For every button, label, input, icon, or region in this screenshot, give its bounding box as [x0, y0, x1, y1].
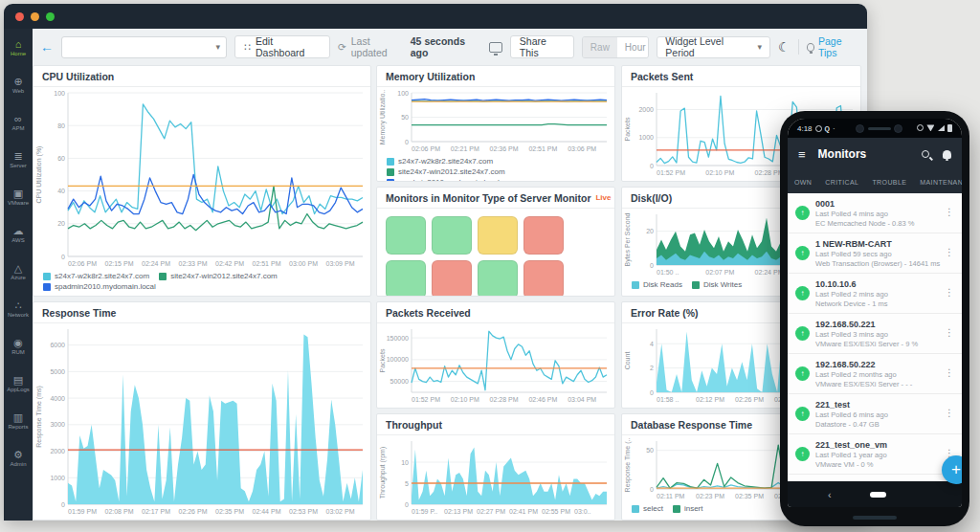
cpu-utilization-chart[interactable]: 02040608010002:06 PM02:15 PM02:24 PM02:3… — [33, 87, 370, 271]
front-camera-icon — [856, 124, 864, 133]
maximize-window-button[interactable] — [46, 12, 55, 21]
monitor-list-item[interactable]: ↑0001Last Polled 4 mins agoEC Memcached … — [788, 193, 962, 233]
monitor-tile-critical[interactable] — [432, 260, 472, 297]
svg-text:01:52 PM: 01:52 PM — [657, 169, 685, 176]
sidebar-item-apm[interactable]: ∞APM — [4, 103, 33, 141]
dark-mode-icon[interactable]: ☾ — [778, 39, 791, 55]
monitor-list-item[interactable]: ↑221_testLast Polled 6 mins agoDatastore… — [788, 394, 962, 434]
monitor-tile-up[interactable] — [386, 260, 426, 297]
nav-back-icon[interactable]: ‹ — [828, 489, 832, 500]
svg-text:3000: 3000 — [50, 421, 65, 428]
phone-app-bar: ≡ Monitors — [788, 138, 962, 170]
monitor-tile-trouble[interactable] — [478, 216, 518, 255]
tab-own[interactable]: OWN — [788, 170, 818, 193]
monitor-tile-critical[interactable] — [523, 260, 564, 297]
svg-text:02:46 PM: 02:46 PM — [528, 396, 557, 403]
sidebar-item-admin[interactable]: ⚙Admin — [4, 439, 33, 477]
earpiece-slit — [868, 127, 891, 130]
sidebar-item-web[interactable]: ⊕Web — [4, 66, 33, 103]
chevron-down-icon: ▾ — [216, 42, 221, 52]
sidebar-item-rum[interactable]: ◉RUM — [4, 327, 33, 365]
monitor-list-item[interactable]: ↑1 NEW-RBM-CARTLast Polled 59 secs agoWe… — [788, 233, 962, 274]
svg-text:80: 80 — [57, 122, 65, 129]
monitor-name: 192.168.50.222 — [815, 359, 954, 370]
svg-text:10: 10 — [401, 459, 409, 466]
panel-packets-received: Packets Received 5000010000015000001:52 … — [376, 301, 615, 409]
hour-segment[interactable]: Hour — [617, 37, 649, 57]
share-this-button[interactable]: Share This — [510, 35, 574, 58]
sidebar-item-applogs[interactable]: ▤AppLogs — [4, 365, 33, 402]
back-arrow-icon[interactable]: ← — [40, 39, 54, 55]
svg-text:100: 100 — [54, 90, 65, 97]
monitor-list-item[interactable]: ↑192.168.50.221Last Polled 3 mins agoVMw… — [788, 314, 962, 354]
more-options-icon[interactable]: ⋮ — [945, 207, 954, 217]
legend-item: insert — [673, 504, 703, 513]
svg-text:02:06 PM: 02:06 PM — [412, 145, 440, 152]
monitor-tile-up[interactable] — [432, 216, 472, 255]
more-options-icon[interactable]: ⋮ — [945, 408, 954, 418]
packets-received-chart[interactable]: 5000010000015000001:52 PM02:10 PM02:28 P… — [377, 323, 614, 407]
monitor-tile-critical[interactable] — [523, 216, 564, 255]
sidebar-item-server[interactable]: ≣Server — [4, 141, 33, 178]
more-options-icon[interactable]: ⋮ — [945, 327, 954, 338]
svg-text:02:36 PM: 02:36 PM — [490, 145, 519, 152]
network-icon: ∴ — [15, 299, 22, 311]
sidebar-item-aws[interactable]: ☁AWS — [4, 215, 33, 253]
sidebar-item-home[interactable]: ⌂Home — [4, 29, 33, 66]
search-icon[interactable] — [922, 150, 929, 158]
toolbar: ← ▾ ∷ Edit Dashboard ⟳ Last updated 45 s… — [33, 33, 867, 61]
tab-maintenance[interactable]: MAINTENANCE — [913, 170, 962, 193]
svg-text:2000: 2000 — [50, 448, 65, 454]
notifications-bell-icon[interactable] — [943, 150, 951, 159]
svg-text:Packets: Packets — [379, 348, 386, 372]
dot-icon: · — [833, 124, 835, 133]
monitor-list-item[interactable]: ↑221_test_one_vmLast Polled 1 year agoVM… — [788, 434, 962, 475]
more-options-icon[interactable]: ⋮ — [945, 367, 954, 378]
sidebar-item-network[interactable]: ∴Network — [4, 290, 33, 327]
edit-dashboard-button[interactable]: ∷ Edit Dashboard — [234, 35, 330, 58]
svg-text:02:26 PM: 02:26 PM — [179, 508, 208, 515]
legend-swatch — [387, 179, 394, 183]
sidebar-item-reports[interactable]: ▥Reports — [4, 402, 33, 439]
refresh-icon[interactable]: ⟳ — [338, 41, 346, 53]
tab-trouble[interactable]: TROUBLE — [865, 170, 913, 193]
svg-text:02:27 PM: 02:27 PM — [477, 508, 505, 515]
memory-utilization-chart[interactable]: 05010002:06 PM02:21 PM02:36 PM02:51 PM03… — [377, 87, 614, 156]
monitor-list-item[interactable]: ↑9hu772w99g.execute-api.us-east-1...⋮ — [788, 475, 962, 481]
legend-label: select — [643, 504, 663, 513]
sidebar-item-label: Network — [8, 311, 29, 319]
svg-text:02:12 PM: 02:12 PM — [696, 396, 724, 403]
svg-text:02:35 PM: 02:35 PM — [735, 493, 764, 499]
display-icon[interactable] — [489, 42, 502, 53]
sidebar-item-label: AWS — [11, 236, 24, 244]
minimize-window-button[interactable] — [31, 12, 39, 21]
hamburger-menu-icon[interactable]: ≡ — [798, 147, 806, 162]
monitor-tile-up[interactable] — [386, 216, 426, 255]
tab-critical[interactable]: CRITICAL — [818, 170, 865, 193]
svg-text:60: 60 — [57, 155, 65, 162]
throughput-chart[interactable]: 051001:59 P..02:13 PM02:27 PM02:41 PM02:… — [377, 435, 614, 519]
sidebar-item-vmware[interactable]: ▣VMware — [4, 178, 33, 215]
nav-home-pill[interactable] — [870, 492, 886, 498]
svg-text:0: 0 — [405, 501, 409, 508]
page-tips-link[interactable]: Page Tips — [807, 35, 859, 58]
sidebar-item-label: Reports — [8, 423, 28, 431]
raw-segment[interactable]: Raw — [583, 37, 617, 57]
svg-text:Bytes Per Second: Bytes Per Second — [624, 212, 632, 266]
svg-text:02:24 PM: 02:24 PM — [142, 260, 170, 267]
more-options-icon[interactable]: ⋮ — [945, 247, 954, 257]
close-window-button[interactable] — [15, 12, 24, 21]
dashboard-select[interactable]: ▾ — [61, 36, 227, 58]
svg-text:02:11 PM: 02:11 PM — [657, 493, 685, 499]
svg-text:0: 0 — [61, 254, 65, 260]
response-time-chart[interactable]: 010002000300040005000600001:59 PM02:08 P… — [33, 323, 370, 519]
legend-label: s24x7-w2k8r2.site24x7.com — [398, 157, 493, 166]
monitor-tile-up[interactable] — [478, 260, 518, 297]
sidebar-item-azure[interactable]: △Azure — [4, 253, 33, 290]
more-options-icon[interactable]: ⋮ — [945, 287, 954, 298]
status-up-icon: ↑ — [795, 246, 810, 260]
monitor-list-item[interactable]: ↑10.10.10.6Last Polled 2 mins agoNetwork… — [788, 274, 962, 314]
monitor-list-item[interactable]: ↑192.168.50.222Last Polled 2 months agoV… — [788, 354, 962, 394]
svg-text:Count: Count — [624, 352, 631, 370]
widget-level-period-select[interactable]: Widget Level Period ▾ — [657, 36, 770, 58]
